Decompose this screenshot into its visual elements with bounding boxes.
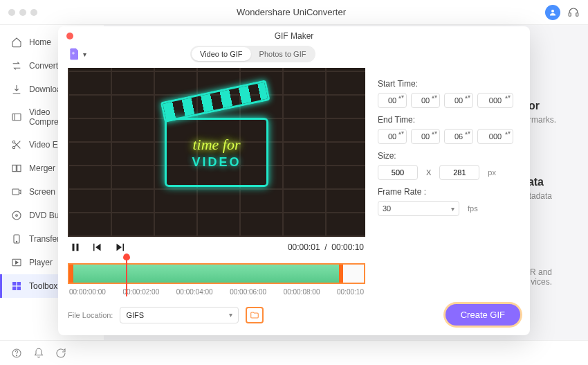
rate-unit: fps xyxy=(468,204,478,213)
svg-rect-15 xyxy=(17,282,21,285)
sidebar-item-label: Home xyxy=(29,37,51,47)
add-media-button[interactable]: ▾ xyxy=(68,47,86,61)
trim-handle-left[interactable] xyxy=(69,265,73,283)
end-ms-input[interactable]: 000▴▾ xyxy=(477,129,513,144)
timeline-track[interactable] xyxy=(68,263,365,284)
open-folder-button[interactable] xyxy=(246,307,264,323)
bg-text: ata xyxy=(528,176,544,188)
start-ss-input[interactable]: 00▴▾ xyxy=(444,93,473,108)
step-forward-button[interactable] xyxy=(113,241,126,253)
svg-point-10 xyxy=(16,215,18,217)
avatar[interactable] xyxy=(545,5,560,20)
file-location-select[interactable]: GIFS▾ xyxy=(120,307,239,323)
bg-text: vices. xyxy=(531,277,552,287)
size-x: X xyxy=(426,168,431,177)
svg-rect-21 xyxy=(77,244,79,251)
traffic-dot[interactable] xyxy=(19,9,26,16)
trim-handle-right[interactable] xyxy=(339,265,343,283)
bg-text: R and xyxy=(530,267,552,277)
svg-rect-2 xyxy=(576,12,578,16)
converter-icon xyxy=(11,60,22,71)
end-hh-input[interactable]: 00▴▾ xyxy=(378,129,407,144)
close-button[interactable] xyxy=(66,33,73,39)
size-unit: px xyxy=(488,168,496,177)
toolbox-icon xyxy=(11,281,22,292)
folder-icon xyxy=(250,310,259,320)
svg-point-19 xyxy=(16,355,17,355)
home-icon xyxy=(11,37,22,48)
modal-footer: File Location: GIFS▾ Create GIF xyxy=(68,304,520,326)
svg-rect-3 xyxy=(12,114,21,120)
start-time-label: Start Time: xyxy=(378,79,520,89)
sidebar-item-label: Toolbox xyxy=(29,281,57,291)
start-hh-input[interactable]: 00▴▾ xyxy=(378,93,407,108)
dvd-icon xyxy=(11,210,22,221)
clip-range[interactable] xyxy=(72,265,342,283)
chevron-down-icon: ▾ xyxy=(451,205,454,213)
start-ms-input[interactable]: 000▴▾ xyxy=(477,93,513,108)
playback-controls: 00:00:01 / 00:00:10 xyxy=(68,237,365,258)
preview-panel: time for VIDEO 00:00:01 / 00:00:10 xyxy=(68,68,365,296)
settings-panel: Start Time: 00▴▾ 00▴▾ 00▴▾ 000▴▾ End Tim… xyxy=(378,68,520,296)
bell-icon[interactable] xyxy=(33,348,44,359)
svg-point-12 xyxy=(16,241,17,242)
svg-point-0 xyxy=(551,10,554,12)
end-mm-input[interactable]: 00▴▾ xyxy=(411,129,440,144)
svg-rect-17 xyxy=(17,287,21,290)
svg-rect-16 xyxy=(12,287,16,290)
add-file-icon xyxy=(68,47,82,61)
width-input[interactable] xyxy=(378,165,418,180)
svg-point-5 xyxy=(12,146,15,148)
traffic-dot[interactable] xyxy=(8,9,15,16)
bg-text: tadata xyxy=(529,191,552,201)
player-icon xyxy=(11,257,22,268)
create-gif-button[interactable]: Create GIF xyxy=(445,304,520,326)
end-time-label: End Time: xyxy=(378,115,520,125)
preview-text-1: time for xyxy=(192,136,240,154)
svg-point-4 xyxy=(12,141,15,143)
mode-segmented: Video to GIF Photos to GIF xyxy=(190,46,315,62)
tab-photos-to-gif[interactable]: Photos to GIF xyxy=(251,47,315,61)
pause-button[interactable] xyxy=(69,241,82,253)
sidebar-item-label: Merger xyxy=(29,163,55,173)
time-ruler: 00:00:00:0000:00:02:0000:00:04:0000:00:0… xyxy=(68,288,365,296)
height-input[interactable] xyxy=(439,165,479,180)
support-icon[interactable] xyxy=(567,6,580,19)
record-icon xyxy=(11,186,22,197)
time-display: 00:00:01 / 00:00:10 xyxy=(288,242,364,252)
svg-rect-1 xyxy=(569,12,571,16)
transfer-icon xyxy=(11,233,22,244)
step-back-button[interactable] xyxy=(91,241,104,253)
help-icon[interactable] xyxy=(11,348,22,359)
app-title: Wondershare UniConverter xyxy=(37,7,545,17)
bg-text: or xyxy=(529,100,540,112)
chevron-down-icon: ▾ xyxy=(83,51,86,58)
start-mm-input[interactable]: 00▴▾ xyxy=(411,93,440,108)
download-icon xyxy=(11,84,22,95)
sidebar-item-label: Transfer xyxy=(29,234,59,244)
traffic-dot[interactable] xyxy=(30,9,37,16)
chevron-down-icon: ▾ xyxy=(229,311,232,319)
feedback-icon[interactable] xyxy=(55,348,66,359)
modal-title: GIF Maker xyxy=(275,31,314,41)
bg-text: rmarks. xyxy=(529,115,556,125)
timeline[interactable]: 00:00:00:0000:00:02:0000:00:04:0000:00:0… xyxy=(68,263,365,296)
file-location-label: File Location: xyxy=(68,311,113,319)
svg-rect-20 xyxy=(73,244,75,251)
svg-rect-14 xyxy=(12,282,16,285)
end-ss-input[interactable]: 06▴▾ xyxy=(444,129,473,144)
svg-rect-8 xyxy=(12,189,19,195)
window-controls[interactable] xyxy=(8,9,37,16)
merger-icon xyxy=(11,163,22,174)
preview-text-2: VIDEO xyxy=(192,155,241,170)
svg-point-9 xyxy=(12,211,21,220)
gif-maker-modal: GIF Maker ▾ Video to GIF Photos to GIF t… xyxy=(58,26,530,335)
svg-rect-23 xyxy=(123,244,125,251)
tab-video-to-gif[interactable]: Video to GIF xyxy=(192,47,251,61)
svg-rect-22 xyxy=(93,244,95,251)
scissors-icon xyxy=(11,139,22,150)
playhead[interactable] xyxy=(126,258,127,296)
video-preview[interactable]: time for VIDEO xyxy=(68,68,365,237)
frame-rate-select[interactable]: 30▾ xyxy=(378,201,459,216)
size-label: Size: xyxy=(378,151,520,161)
